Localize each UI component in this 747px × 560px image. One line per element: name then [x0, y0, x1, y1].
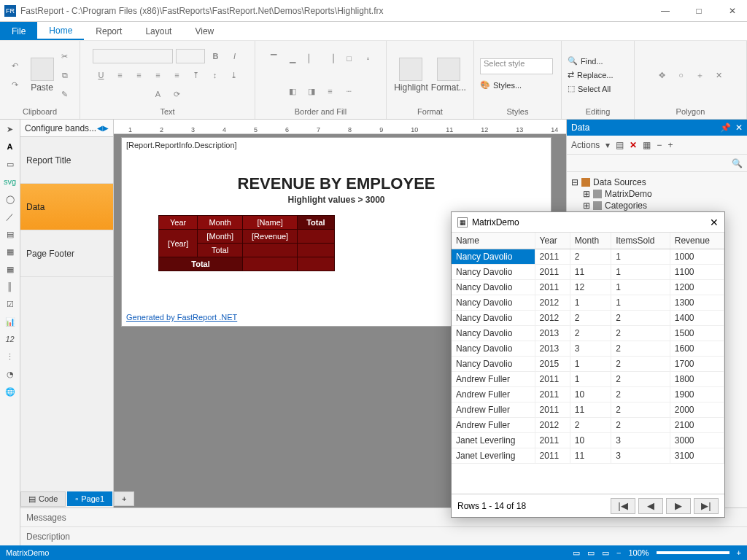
view-mode-1[interactable]: ▭: [573, 548, 580, 558]
richtext-tool[interactable]: ▤: [4, 228, 17, 241]
pin-icon[interactable]: 📌: [720, 122, 731, 133]
cell[interactable]: 2: [611, 372, 670, 387]
matrix-cell[interactable]: [298, 244, 334, 257]
cell[interactable]: 2: [611, 402, 670, 418]
cell[interactable]: 1700: [670, 357, 724, 372]
align-justify-button[interactable]: ≡: [169, 67, 185, 83]
text-tool[interactable]: A: [4, 140, 17, 153]
valign-bottom-button[interactable]: ⤓: [226, 67, 242, 83]
border-none-button[interactable]: ▫: [360, 50, 376, 66]
rotate-button[interactable]: ⟳: [169, 86, 185, 102]
cell[interactable]: Janet Leverling: [452, 433, 535, 448]
valign-top-button[interactable]: ⤒: [188, 67, 204, 83]
font-color-button[interactable]: A: [150, 86, 166, 102]
table-row[interactable]: Janet Leverling20111033000: [452, 433, 724, 448]
actions-dropdown[interactable]: Actions: [571, 140, 600, 150]
cell[interactable]: 1: [611, 249, 670, 265]
shape-tool[interactable]: ◯: [4, 192, 17, 206]
minimize-button[interactable]: —: [655, 6, 676, 16]
description-pane-header[interactable]: Description: [20, 527, 747, 546]
description-field[interactable]: [Report.ReportInfo.Description]: [126, 141, 237, 149]
cell[interactable]: 1600: [670, 341, 724, 357]
new-datasource-button[interactable]: ▤: [616, 140, 624, 150]
align-right-button[interactable]: ≡: [150, 67, 166, 83]
cell[interactable]: 2: [611, 311, 670, 326]
cell[interactable]: 2015: [535, 357, 570, 372]
table-row[interactable]: Andrew Fuller2011121800: [452, 372, 724, 387]
cell[interactable]: 2100: [670, 418, 724, 433]
picture-tool[interactable]: ▭: [4, 158, 17, 171]
panel-close-button[interactable]: ✕: [735, 122, 743, 133]
tab-layout[interactable]: Layout: [133, 23, 183, 39]
page1-tab[interactable]: ▫Page1: [67, 491, 112, 506]
zoom-out-button[interactable]: −: [616, 548, 621, 557]
band-data[interactable]: Data: [20, 184, 113, 230]
align-center-button[interactable]: ≡: [131, 67, 147, 83]
undo-button[interactable]: ↶: [7, 58, 23, 74]
table-row[interactable]: Nancy Davolio20111211200: [452, 280, 724, 295]
matrix-cell[interactable]: [Month]: [198, 230, 243, 244]
table-row[interactable]: Andrew Fuller20111122000: [452, 402, 724, 418]
cell[interactable]: 11: [570, 402, 611, 418]
cell[interactable]: 3: [611, 448, 670, 464]
cell[interactable]: Andrew Fuller: [452, 402, 535, 418]
file-menu[interactable]: File: [0, 22, 37, 40]
cell[interactable]: 2011: [535, 387, 570, 402]
cell[interactable]: 2011: [535, 265, 570, 280]
cell[interactable]: Andrew Fuller: [452, 387, 535, 402]
tree-root[interactable]: Data Sources: [593, 177, 646, 187]
data-grid[interactable]: NameYearMonthItemsSoldRevenue Nancy Davo…: [452, 233, 724, 464]
tree-item[interactable]: Categories: [605, 201, 647, 211]
maximize-button[interactable]: □: [689, 6, 709, 16]
pointer-tool[interactable]: ➤: [4, 122, 17, 136]
cell[interactable]: Janet Leverling: [452, 448, 535, 464]
copy-button[interactable]: ⧉: [57, 67, 73, 83]
tab-report[interactable]: Report: [84, 23, 133, 39]
line-color-button[interactable]: ◨: [303, 83, 320, 99]
nav-first-button[interactable]: |◀: [611, 498, 635, 514]
find-button[interactable]: 🔍Find...: [568, 55, 603, 67]
border-all-button[interactable]: □: [341, 50, 357, 66]
underline-button[interactable]: U: [93, 67, 109, 83]
matrix-cell[interactable]: [298, 257, 334, 271]
expand-button[interactable]: +: [667, 140, 673, 150]
border-top-button[interactable]: ▔: [266, 50, 282, 66]
cell[interactable]: 1900: [670, 387, 724, 402]
matrix-cell[interactable]: Month: [198, 216, 243, 230]
cell[interactable]: 2: [570, 326, 611, 341]
format-button[interactable]: Format...: [431, 58, 466, 93]
font-family-select[interactable]: [93, 49, 173, 63]
matrix-cell[interactable]: [243, 244, 298, 257]
zoom-in-button[interactable]: +: [737, 548, 741, 557]
cell[interactable]: 2011: [535, 249, 570, 265]
table-tool[interactable]: ▦: [4, 245, 17, 258]
datasource-tree[interactable]: ⊟Data Sources ⊞MatrixDemo ⊞Categories: [567, 172, 747, 216]
cell[interactable]: 11: [570, 265, 611, 280]
matrix-cell[interactable]: [Revenue]: [243, 230, 298, 244]
checkbox-tool[interactable]: ☑: [4, 298, 17, 311]
cell[interactable]: 1: [611, 295, 670, 311]
cell[interactable]: 1000: [670, 249, 724, 265]
tab-view[interactable]: View: [183, 23, 225, 39]
gauge-tool[interactable]: ◔: [4, 368, 17, 381]
matrix-cell[interactable]: [Name]: [243, 216, 298, 230]
replace-button[interactable]: ⇄Replace...: [568, 69, 614, 81]
matrix-cell[interactable]: Total: [298, 216, 334, 230]
cellulartext-tool[interactable]: ⋮: [4, 350, 17, 363]
line-width-button[interactable]: ≡: [322, 83, 338, 99]
style-select[interactable]: Select style: [480, 58, 553, 74]
report-subtitle-text[interactable]: Highlight values > 3000: [122, 195, 551, 205]
fill-color-button[interactable]: ◧: [285, 83, 301, 99]
matrix-cell[interactable]: Year: [159, 216, 198, 230]
matrix-cell[interactable]: [243, 257, 298, 271]
view-data-button[interactable]: ▦: [643, 140, 651, 150]
cell[interactable]: 2: [611, 357, 670, 372]
cell[interactable]: 2: [611, 341, 670, 357]
cell[interactable]: 10: [570, 387, 611, 402]
table-row[interactable]: Andrew Fuller2012222100: [452, 418, 724, 433]
band-report-title[interactable]: Report Title: [20, 137, 113, 184]
cell[interactable]: 2013: [535, 341, 570, 357]
cell[interactable]: 2012: [535, 295, 570, 311]
styles-button[interactable]: 🎨Styles...: [480, 79, 522, 91]
highlight-button[interactable]: Highlight: [394, 58, 428, 93]
